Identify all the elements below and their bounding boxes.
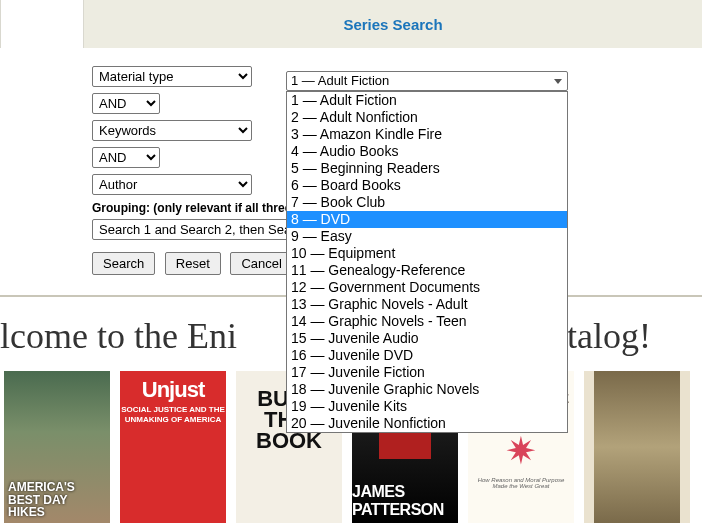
search-button[interactable]: Search [92,252,155,275]
field-select-2[interactable]: Material typeKeywordsAuthorTitleSubject [92,120,252,141]
page-title: Series Search [84,16,702,33]
operator-select-2[interactable]: ANDORNOT [92,147,160,168]
book-cover[interactable]: Unjust SOCIAL JUSTICE AND THE UNMAKING O… [120,371,226,523]
reset-button[interactable]: Reset [165,252,221,275]
book-cover[interactable]: AMERICA'S BEST DAY HIKES [4,371,110,523]
book-subtitle: SOCIAL JUSTICE AND THE UNMAKING OF AMERI… [120,405,226,424]
material-type-option[interactable]: 20 — Juvenile Nonfiction [287,415,567,432]
material-type-listbox[interactable]: 1 — Adult Fiction2 — Adult Nonfiction3 —… [286,91,568,433]
book-subtitle: How Reason and Moral Purpose Made the We… [472,477,570,491]
material-type-option[interactable]: 14 — Graphic Novels - Teen [287,313,567,330]
operator-select-1[interactable]: ANDORNOT [92,93,160,114]
field-select-1[interactable]: Material typeKeywordsAuthorTitleSubject [92,66,252,87]
material-type-option[interactable]: 1 — Adult Fiction [287,92,567,109]
material-type-option[interactable]: 17 — Juvenile Fiction [287,364,567,381]
star-icon: ✷ [472,429,570,473]
material-type-option[interactable]: 8 — DVD [287,211,567,228]
material-type-option[interactable]: 7 — Book Club [287,194,567,211]
material-type-option[interactable]: 3 — Amazon Kindle Fire [287,126,567,143]
book-title: Unjust [120,377,226,403]
active-tab[interactable] [0,0,84,48]
cancel-button[interactable]: Cancel [230,252,292,275]
material-type-option[interactable]: 19 — Juvenile Kits [287,398,567,415]
field-select-3[interactable]: Material typeKeywordsAuthorTitleSubject [92,174,252,195]
material-type-selected[interactable]: 1 — Adult Fiction [286,71,568,91]
material-type-option[interactable]: 4 — Audio Books [287,143,567,160]
topbar: Series Search [0,0,702,48]
welcome-prefix: lcome to the Eni [0,316,237,356]
material-type-option[interactable]: 18 — Juvenile Graphic Novels [287,381,567,398]
material-type-option[interactable]: 2 — Adult Nonfiction [287,109,567,126]
material-type-dropdown[interactable]: 1 — Adult Fiction 1 — Adult Fiction2 — A… [286,71,568,433]
material-type-option[interactable]: 12 — Government Documents [287,279,567,296]
material-type-option[interactable]: 13 — Graphic Novels - Adult [287,296,567,313]
material-type-option[interactable]: 6 — Board Books [287,177,567,194]
book-author: JAMES PATTERSON [352,483,458,523]
material-type-option[interactable]: 11 — Genealogy-Reference [287,262,567,279]
material-type-option[interactable]: 15 — Juvenile Audio [287,330,567,347]
book-title: AMERICA'S BEST DAY HIKES [4,477,110,523]
book-cover[interactable] [584,371,690,523]
material-type-option[interactable]: 10 — Equipment [287,245,567,262]
cover-art [594,371,680,523]
material-type-option[interactable]: 5 — Beginning Readers [287,160,567,177]
material-type-option[interactable]: 9 — Easy [287,228,567,245]
material-type-option[interactable]: 16 — Juvenile DVD [287,347,567,364]
